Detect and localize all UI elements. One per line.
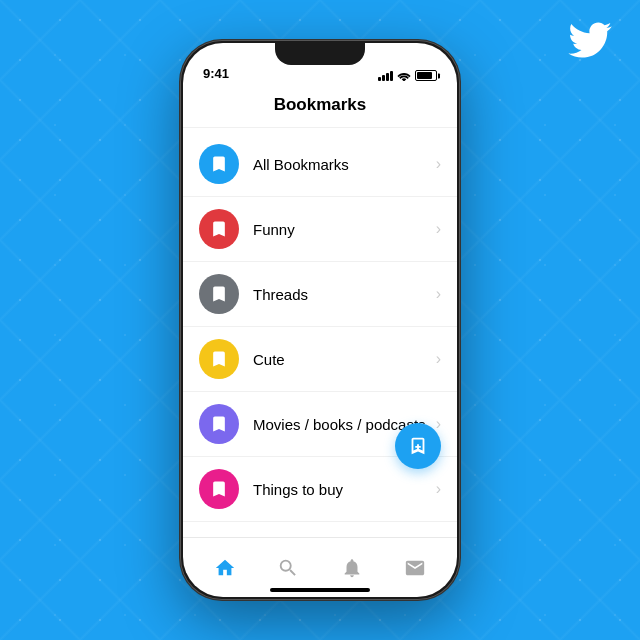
bookmark-label-all: All Bookmarks — [253, 156, 436, 173]
bookmarks-list: All Bookmarks › Funny › — [183, 128, 457, 537]
bookmark-svg-funny — [209, 219, 229, 239]
chevron-icon-movies: › — [436, 415, 441, 433]
notifications-icon — [341, 557, 363, 579]
page-title: Bookmarks — [274, 95, 367, 114]
wifi-icon — [397, 70, 411, 81]
search-icon — [277, 557, 299, 579]
phone-screen: 9:41 Bookmarks — [183, 43, 457, 597]
add-bookmark-fab[interactable] — [395, 423, 441, 469]
bookmark-icon-threads — [199, 274, 239, 314]
bookmark-icon-things — [199, 469, 239, 509]
phone-notch — [275, 43, 365, 65]
twitter-bird-icon — [568, 22, 612, 58]
battery-icon — [415, 70, 437, 81]
bookmark-item-threads[interactable]: Threads › — [183, 262, 457, 327]
chevron-icon-things: › — [436, 480, 441, 498]
bookmark-icon-funny — [199, 209, 239, 249]
bookmark-label-funny: Funny — [253, 221, 436, 238]
add-bookmark-fab-icon — [407, 435, 429, 457]
chevron-icon-cute: › — [436, 350, 441, 368]
status-time: 9:41 — [203, 66, 229, 81]
bookmark-icon-movies — [199, 404, 239, 444]
bookmark-label-threads: Threads — [253, 286, 436, 303]
bookmark-item-all-bookmarks[interactable]: All Bookmarks › — [183, 132, 457, 197]
bookmark-label-cute: Cute — [253, 351, 436, 368]
status-icons — [378, 70, 437, 81]
bookmark-svg-movies — [209, 414, 229, 434]
messages-icon — [404, 557, 426, 579]
bookmark-icon-cute — [199, 339, 239, 379]
nav-home[interactable] — [203, 546, 247, 590]
nav-search[interactable] — [266, 546, 310, 590]
signal-icon — [378, 71, 393, 81]
home-indicator — [270, 588, 370, 592]
phone-frame: 9:41 Bookmarks — [180, 40, 460, 600]
nav-notifications[interactable] — [330, 546, 374, 590]
bookmark-svg-things — [209, 479, 229, 499]
page-header: Bookmarks — [183, 87, 457, 128]
bookmark-label-things: Things to buy — [253, 481, 436, 498]
bookmark-svg-all — [209, 154, 229, 174]
chevron-icon-all: › — [436, 155, 441, 173]
home-icon — [214, 557, 236, 579]
nav-messages[interactable] — [393, 546, 437, 590]
bookmark-svg-threads — [209, 284, 229, 304]
bookmark-icon-all — [199, 144, 239, 184]
chevron-icon-threads: › — [436, 285, 441, 303]
chevron-icon-funny: › — [436, 220, 441, 238]
bookmark-item-cute[interactable]: Cute › — [183, 327, 457, 392]
bookmark-svg-cute — [209, 349, 229, 369]
bookmark-item-funny[interactable]: Funny › — [183, 197, 457, 262]
